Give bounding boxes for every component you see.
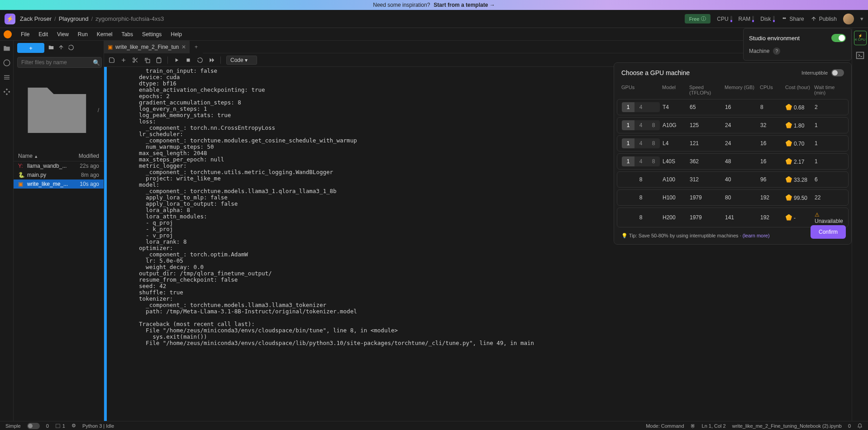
upload-icon[interactable]: [58, 44, 64, 52]
gpu-cpus: 16: [760, 158, 786, 165]
cut-icon[interactable]: [132, 57, 138, 63]
running-icon[interactable]: [3, 59, 11, 67]
simple-mode[interactable]: Simple: [5, 423, 21, 429]
col-modified[interactable]: Modified: [72, 153, 99, 159]
refresh-icon[interactable]: [68, 44, 74, 52]
user-avatar[interactable]: [843, 14, 854, 24]
gear-icon[interactable]: ⚙: [72, 423, 76, 429]
compute-chip[interactable]: ⚡4 CPU: [854, 31, 867, 45]
new-launcher-button[interactable]: +: [17, 43, 44, 53]
publish-button[interactable]: Publish: [811, 16, 837, 22]
gpu-opt-8[interactable]: 8: [647, 120, 660, 130]
menu-run[interactable]: Run: [73, 29, 92, 39]
stop-icon[interactable]: [185, 57, 191, 63]
gpu-count-options[interactable]: 148: [622, 138, 660, 148]
gpu-opt-4[interactable]: 4: [634, 156, 647, 166]
breadcrumb-project[interactable]: zygomorphic-fuchsia-4xs3: [95, 15, 164, 22]
terminal-indicator[interactable]: 1: [55, 423, 65, 429]
new-folder-icon[interactable]: [48, 44, 54, 52]
chevron-down-icon[interactable]: ▾: [860, 15, 863, 22]
gpu-opt-1[interactable]: 1: [622, 120, 634, 130]
gpu-opt-1[interactable]: 1: [622, 102, 634, 112]
cursor-position: Ln 1, Col 2: [702, 423, 726, 429]
gpu-opt-4[interactable]: 4: [634, 102, 647, 112]
gpu-row-L4[interactable]: 148L412124160.701: [617, 135, 849, 151]
add-cell-icon[interactable]: [120, 57, 127, 63]
menu-edit[interactable]: Edit: [34, 29, 52, 39]
gpu-cpus: 192: [760, 194, 786, 201]
gem-icon: [786, 158, 792, 165]
menu-settings[interactable]: Settings: [138, 29, 166, 39]
gpu-memory: 40: [725, 176, 760, 183]
gpu-count-options[interactable]: 148: [622, 120, 660, 130]
learn-more-link[interactable]: (learn more): [743, 233, 770, 238]
file-row[interactable]: Y:llama_wandb_...22s ago: [14, 161, 104, 170]
interruptible-toggle[interactable]: [831, 69, 844, 76]
folder-icon[interactable]: [3, 44, 11, 52]
gpu-chooser-panel: Choose a GPU machine Interruptible GPUs …: [614, 62, 852, 245]
gpu-count-options[interactable]: 14: [622, 102, 660, 112]
gpu-row-L40S[interactable]: 148L40S36248162.171: [617, 153, 849, 170]
svg-point-0: [782, 17, 784, 19]
env-toggle[interactable]: [831, 34, 846, 42]
tab-notebook[interactable]: ▣ write_like_me_2_Fine_tun ✕: [104, 41, 190, 53]
trust-icon[interactable]: ⛨: [691, 423, 696, 429]
gpu-opt-4[interactable]: 4: [634, 138, 647, 148]
path-breadcrumb[interactable]: /: [14, 70, 104, 151]
file-row[interactable]: 🐍main.py8m ago: [14, 170, 104, 180]
menu-view[interactable]: View: [52, 29, 73, 39]
run-icon[interactable]: [173, 57, 180, 63]
extension-icon[interactable]: [3, 88, 11, 96]
kernel-status[interactable]: Python 3 | Idle: [82, 423, 114, 429]
svg-rect-7: [187, 58, 190, 61]
svg-point-3: [133, 57, 135, 59]
help-icon[interactable]: ?: [773, 47, 780, 55]
toc-icon[interactable]: [3, 73, 11, 81]
gem-icon: [786, 214, 792, 221]
banner-link[interactable]: Start from a template →: [434, 2, 495, 8]
gpu-cost: 0.70: [786, 140, 815, 147]
gpu-opt-1[interactable]: 1: [622, 156, 634, 166]
gpu-opt-1[interactable]: 1: [622, 138, 634, 148]
gpu-row-H100[interactable]: 8H10019798019299.5022: [617, 189, 849, 206]
gpu-opt-8[interactable]: 8: [647, 138, 660, 148]
copy-icon[interactable]: [144, 57, 150, 63]
banner-text: Need some inspiration?: [373, 2, 430, 8]
gpu-cpus: 192: [760, 214, 786, 221]
gpu-opt-8[interactable]: 8: [647, 156, 660, 166]
app-logo[interactable]: ⚡: [5, 14, 15, 24]
menu-help[interactable]: Help: [166, 29, 186, 39]
col-name[interactable]: Name ▲: [18, 153, 72, 159]
bell-icon[interactable]: [857, 423, 863, 429]
paste-icon[interactable]: [156, 57, 162, 63]
confirm-button[interactable]: Confirm: [811, 225, 846, 239]
gpu-row-T4[interactable]: 14T4651680.682: [617, 99, 849, 115]
gpu-memory: 141: [725, 214, 760, 221]
plan-badge[interactable]: Freeⓘ: [685, 14, 711, 24]
restart-icon[interactable]: [197, 57, 203, 63]
save-icon[interactable]: [109, 57, 115, 63]
breadcrumb-user[interactable]: Zack Proser: [20, 15, 52, 22]
tab-label: write_like_me_2_Fine_tun: [115, 44, 179, 50]
filter-files-input[interactable]: [17, 57, 102, 68]
simple-toggle[interactable]: [27, 423, 40, 429]
gpu-count-options[interactable]: 148: [622, 156, 660, 166]
file-row[interactable]: ▣write_like_me_...10s ago: [14, 180, 104, 189]
new-tab-button[interactable]: +: [190, 41, 203, 53]
run-all-icon[interactable]: [209, 57, 215, 63]
gpu-speed: 312: [690, 176, 725, 183]
gpu-row-H200[interactable]: 8H2001979141192-⚠Unavailable: [617, 208, 849, 227]
cell-type-select[interactable]: Code ▾: [226, 56, 257, 65]
gpu-opt-4[interactable]: 4: [634, 120, 647, 130]
menu-kernel[interactable]: Kernel: [92, 29, 117, 39]
gpu-model: L40S: [663, 158, 690, 165]
menu-tabs[interactable]: Tabs: [117, 29, 138, 39]
close-icon[interactable]: ✕: [181, 44, 186, 50]
gpu-row-A100[interactable]: 8A100312409633.286: [617, 171, 849, 188]
terminal-icon[interactable]: [855, 51, 865, 60]
gpu-speed: 1979: [690, 194, 725, 201]
menu-file[interactable]: File: [16, 29, 34, 39]
breadcrumb-playground[interactable]: Playground: [59, 15, 89, 22]
share-button[interactable]: Share: [781, 16, 804, 22]
gpu-row-A10G[interactable]: 148A10G12524321.801: [617, 117, 849, 133]
